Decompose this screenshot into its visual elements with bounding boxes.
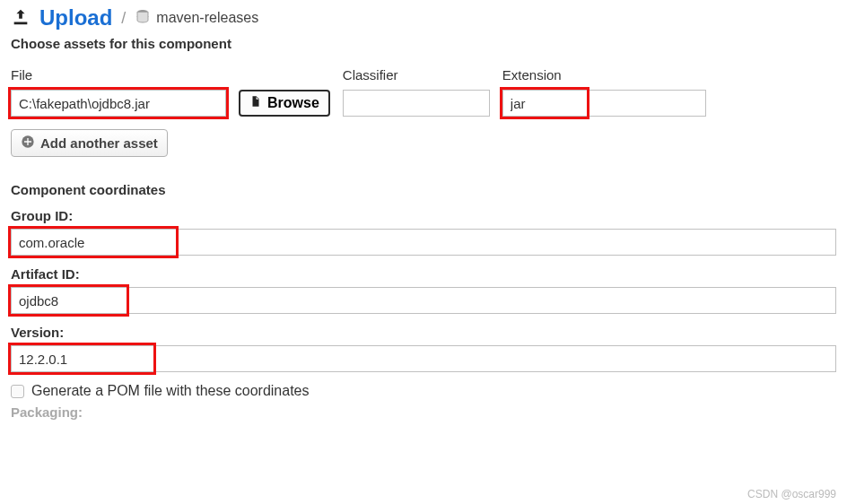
file-label: File	[11, 67, 226, 83]
extension-label: Extension	[502, 67, 706, 83]
page-title: Upload	[39, 5, 112, 30]
breadcrumb-separator: /	[121, 9, 126, 28]
browse-button-label: Browse	[267, 95, 319, 111]
version-label: Version:	[11, 325, 836, 340]
generate-pom-label: Generate a POM file with these coordinat…	[31, 383, 310, 399]
database-icon	[135, 9, 151, 28]
plus-icon	[21, 135, 35, 152]
add-asset-label: Add another asset	[40, 135, 158, 151]
generate-pom-checkbox[interactable]	[11, 385, 24, 398]
assets-heading: Choose assets for this component	[11, 36, 836, 51]
asset-row: File Browse Classifier Extension	[11, 67, 836, 117]
version-input[interactable]	[11, 345, 836, 372]
classifier-label: Classifier	[343, 67, 490, 83]
generate-pom-row[interactable]: Generate a POM file with these coordinat…	[11, 383, 836, 399]
classifier-input[interactable]	[343, 90, 490, 117]
file-input[interactable]	[11, 90, 226, 117]
extension-input[interactable]	[502, 90, 706, 117]
repo-name: maven-releases	[156, 10, 258, 26]
file-icon	[249, 95, 262, 111]
breadcrumb: Upload / maven-releases	[11, 5, 836, 30]
add-asset-button[interactable]: Add another asset	[11, 129, 168, 157]
group-id-label: Group ID:	[11, 208, 836, 223]
group-id-input[interactable]	[11, 229, 836, 256]
artifact-id-input[interactable]	[11, 287, 836, 314]
coordinates-heading: Component coordinates	[11, 182, 836, 197]
packaging-label: Packaging:	[11, 404, 83, 420]
artifact-id-label: Artifact ID:	[11, 266, 836, 282]
browse-button[interactable]: Browse	[239, 90, 330, 117]
upload-icon	[11, 7, 31, 30]
repo-breadcrumb[interactable]: maven-releases	[135, 9, 258, 28]
